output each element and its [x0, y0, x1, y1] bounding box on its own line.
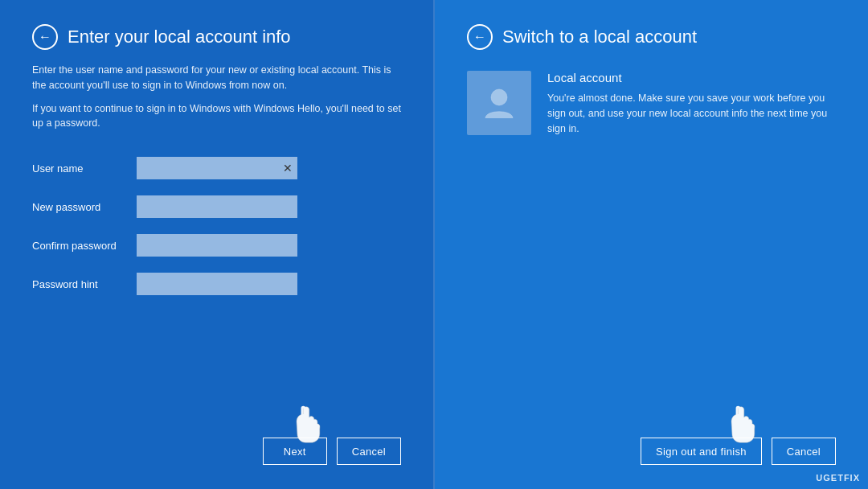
new-password-label: New password: [32, 201, 137, 213]
left-cancel-button[interactable]: Cancel: [337, 438, 401, 465]
left-desc1: Enter the user name and password for you…: [32, 63, 401, 93]
right-back-button[interactable]: ←: [467, 24, 493, 50]
account-body-text: You're almost done. Make sure you save y…: [547, 91, 836, 136]
account-text: Local account You're almost done. Make s…: [547, 71, 836, 136]
new-password-row: New password: [32, 195, 401, 218]
username-input-wrap: ✕: [137, 157, 297, 179]
left-panel: ← Enter your local account info Enter th…: [0, 0, 435, 489]
new-password-input-wrap: [137, 195, 297, 218]
right-panel: ← Switch to a local account Local accoun…: [435, 0, 868, 489]
left-title-row: ← Enter your local account info: [32, 24, 401, 50]
local-account-form: User name ✕ New password Confirm passwor…: [32, 157, 401, 421]
confirm-password-label: Confirm password: [32, 240, 137, 252]
next-button[interactable]: Next: [263, 438, 327, 465]
account-info-row: Local account You're almost done. Make s…: [467, 71, 836, 136]
username-row: User name ✕: [32, 157, 401, 179]
confirm-password-input[interactable]: [137, 234, 297, 257]
left-button-row: Next Cancel: [32, 421, 401, 465]
svg-point-1: [491, 89, 507, 105]
right-title-row: ← Switch to a local account: [467, 24, 836, 50]
confirm-password-input-wrap: [137, 234, 297, 257]
password-hint-input-wrap: [137, 273, 297, 295]
left-back-button[interactable]: ←: [32, 24, 58, 50]
avatar-icon: [479, 83, 519, 123]
left-panel-title: Enter your local account info: [68, 27, 291, 47]
new-password-input[interactable]: [137, 195, 297, 218]
account-name-label: Local account: [547, 71, 836, 84]
confirm-password-row: Confirm password: [32, 234, 401, 257]
left-desc2: If you want to continue to sign in to Wi…: [32, 101, 401, 132]
password-hint-row: Password hint: [32, 273, 401, 295]
avatar: [467, 71, 531, 135]
username-label: User name: [32, 162, 137, 175]
right-cancel-button[interactable]: Cancel: [772, 438, 836, 465]
username-clear-button[interactable]: ✕: [281, 162, 294, 174]
password-hint-input[interactable]: [137, 273, 297, 295]
username-input[interactable]: [137, 157, 297, 179]
password-hint-label: Password hint: [32, 278, 137, 290]
sign-out-finish-button[interactable]: Sign out and finish: [641, 438, 762, 465]
right-button-row: Sign out and finish Cancel: [467, 421, 836, 465]
right-panel-title: Switch to a local account: [502, 27, 697, 47]
watermark: UGETFIX: [816, 473, 860, 483]
